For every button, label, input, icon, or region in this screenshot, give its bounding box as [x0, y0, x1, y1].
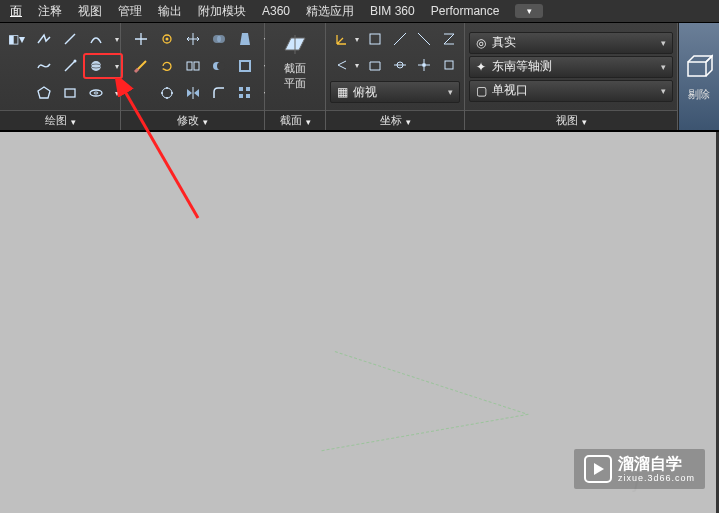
menu-item-a360[interactable]: A360	[254, 1, 298, 21]
brush-icon[interactable]	[129, 54, 153, 78]
panel-modify: 修改	[121, 23, 265, 131]
ray-icon[interactable]	[58, 54, 82, 78]
section-plane-label: 截面 平面	[284, 61, 306, 91]
rect-icon[interactable]	[58, 81, 82, 105]
svg-point-8	[94, 92, 98, 94]
align-icon[interactable]	[181, 54, 205, 78]
rotate3d-icon[interactable]	[155, 27, 179, 51]
svg-rect-27	[246, 87, 250, 91]
drawing-canvas[interactable]: j 溜溜自学 zixue.3d66.com	[0, 130, 719, 513]
viewpoint-value: 东南等轴测	[492, 58, 652, 75]
viewpoint-dropdown[interactable]: ✦ 东南等轴测 ▾	[469, 56, 673, 78]
svg-rect-37	[688, 62, 706, 76]
panel-scroll-icon[interactable]: ▾	[515, 4, 543, 18]
svg-point-12	[217, 35, 225, 43]
panel-modify-label[interactable]: 修改	[121, 110, 264, 131]
svg-marker-33	[370, 62, 380, 70]
ucs-origin-icon[interactable]	[413, 53, 435, 77]
polygon-icon[interactable]	[32, 81, 56, 105]
ucs-object-icon[interactable]	[438, 53, 460, 77]
svg-point-21	[171, 92, 173, 94]
svg-point-19	[162, 88, 172, 98]
menubar: 面 注释 视图 管理 输出 附加模块 A360 精选应用 BIM 360 Per…	[0, 0, 719, 23]
named-views-icon: ▦	[335, 85, 349, 99]
svg-rect-26	[239, 87, 243, 91]
svg-rect-15	[194, 62, 199, 70]
menu-item-output[interactable]: 输出	[150, 0, 190, 23]
face-tool-icon[interactable]: ◧▾	[4, 27, 28, 51]
panel-section: 截面 平面 截面	[265, 23, 326, 131]
svg-point-7	[90, 90, 102, 96]
svg-point-23	[161, 92, 163, 94]
ucs-face-icon[interactable]	[364, 53, 386, 77]
menu-item-bim360[interactable]: BIM 360	[362, 1, 423, 21]
ucs-prev-icon[interactable]	[330, 53, 362, 77]
ucs-z-icon[interactable]	[438, 27, 460, 51]
line-icon[interactable]	[58, 27, 82, 51]
construction-line	[322, 414, 529, 451]
viewport-value: 单视口	[492, 82, 652, 99]
svg-rect-28	[239, 94, 243, 98]
dropdown-caret-icon: ▾	[656, 62, 670, 72]
svg-point-2	[74, 60, 77, 63]
ucs-view-icon[interactable]	[389, 53, 411, 77]
sphere-tool-button[interactable]	[84, 54, 122, 78]
polar-icon[interactable]	[155, 81, 179, 105]
clear-label: 剔除	[688, 87, 710, 102]
svg-line-0	[65, 34, 75, 44]
spline-icon[interactable]	[32, 54, 56, 78]
visual-style-dropdown[interactable]: ◎ 真实 ▾	[469, 32, 673, 54]
arc-segment-icon[interactable]	[84, 27, 122, 51]
viewport-icon: ▢	[474, 84, 488, 98]
dropdown-caret-icon: ▾	[656, 86, 670, 96]
svg-rect-36	[445, 61, 453, 69]
menu-item-addins[interactable]: 附加模块	[190, 0, 254, 23]
menu-item-manage[interactable]: 管理	[110, 0, 150, 23]
svg-point-35	[422, 63, 426, 67]
menu-item-annotate[interactable]: 注释	[30, 0, 70, 23]
menu-item-performance[interactable]: Performance	[423, 1, 508, 21]
ucs-x-icon[interactable]	[389, 27, 411, 51]
watermark-sub: zixue.3d66.com	[618, 474, 695, 483]
view-top-dropdown[interactable]: ▦ 俯视 ▾	[330, 81, 460, 103]
panel-view-label[interactable]: 视图	[465, 110, 677, 131]
panel-draw-label[interactable]: 绘图	[0, 110, 120, 131]
torus-icon[interactable]	[84, 81, 122, 105]
polyline-icon[interactable]	[32, 27, 56, 51]
svg-point-17	[217, 62, 225, 70]
mirror3d-icon[interactable]	[181, 81, 205, 105]
fillet-edge-icon[interactable]	[207, 81, 231, 105]
ribbon: ◧▾ 绘图	[0, 23, 719, 132]
cull-icon	[684, 53, 714, 83]
dropdown-caret-icon: ▾	[656, 38, 670, 48]
bool-subtract-icon[interactable]	[207, 54, 231, 78]
panel-ucs: ▦ 俯视 ▾ 坐标	[326, 23, 465, 131]
ucs-icon[interactable]	[330, 27, 362, 51]
svg-point-22	[166, 97, 168, 99]
dropdown-caret-icon: ▾	[443, 87, 457, 97]
menu-item-face[interactable]: 面	[2, 0, 30, 23]
svg-rect-32	[370, 34, 380, 44]
watermark: 溜溜自学 zixue.3d66.com	[574, 449, 705, 489]
panel-section-label[interactable]: 截面	[265, 110, 325, 131]
move3d-icon[interactable]	[129, 27, 153, 51]
panel-view: ◎ 真实 ▾ ✦ 东南等轴测 ▾ ▢ 单视口 ▾ 视图	[465, 23, 678, 131]
ucs-world-icon[interactable]	[364, 27, 386, 51]
bool-union-icon[interactable]	[207, 27, 231, 51]
move-icon[interactable]	[181, 27, 205, 51]
compass-icon: ✦	[474, 60, 488, 74]
viewport-dropdown[interactable]: ▢ 单视口 ▾	[469, 80, 673, 102]
panel-ucs-label[interactable]: 坐标	[326, 110, 464, 131]
svg-point-20	[166, 87, 168, 89]
ucs-y-icon[interactable]	[413, 27, 435, 51]
menu-item-featured[interactable]: 精选应用	[298, 0, 362, 23]
menu-item-view[interactable]: 视图	[70, 0, 110, 23]
play-icon	[584, 455, 612, 483]
section-plane-button[interactable]: 截面 平面	[273, 27, 317, 93]
construction-line	[335, 351, 526, 414]
panel-clear[interactable]: 剔除	[678, 23, 719, 131]
svg-marker-24	[187, 89, 192, 97]
visual-style-icon: ◎	[474, 36, 488, 50]
svg-point-3	[91, 61, 101, 71]
rotate-icon[interactable]	[155, 54, 179, 78]
